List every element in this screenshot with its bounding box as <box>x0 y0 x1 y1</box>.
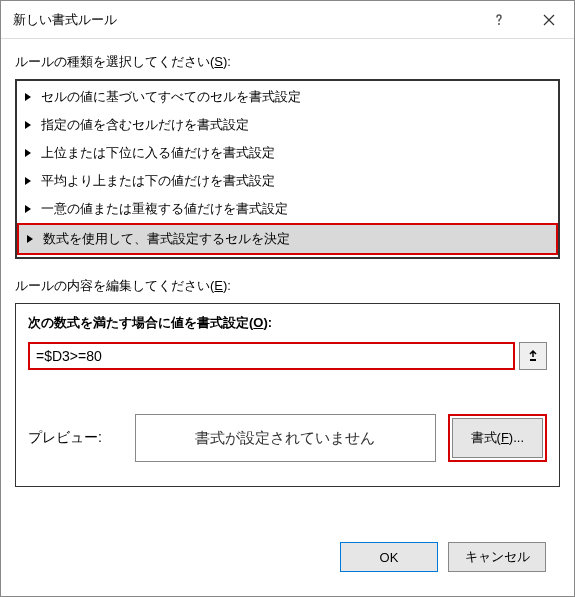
rule-type-item[interactable]: 指定の値を含むセルだけを書式設定 <box>17 111 558 139</box>
format-button[interactable]: 書式(F)... <box>452 418 543 458</box>
arrow-right-icon <box>25 93 31 101</box>
rule-type-item[interactable]: セルの値に基づいてすべてのセルを書式設定 <box>17 83 558 111</box>
preview-label: プレビュー: <box>28 429 123 447</box>
rule-edit-label: ルールの内容を編集してください(E): <box>15 277 560 295</box>
close-icon <box>543 14 555 26</box>
rule-type-list: セルの値に基づいてすべてのセルを書式設定指定の値を含むセルだけを書式設定上位また… <box>15 79 560 259</box>
rule-type-label: ルールの種類を選択してください(S): <box>15 53 560 71</box>
window-title: 新しい書式ルール <box>13 11 474 29</box>
format-button-highlight: 書式(F)... <box>448 414 547 462</box>
formula-input[interactable] <box>28 342 515 370</box>
rule-type-item-label: 一意の値または重複する値だけを書式設定 <box>41 200 288 218</box>
arrow-right-icon <box>25 121 31 129</box>
help-icon <box>492 13 506 27</box>
preview-row: プレビュー: 書式が設定されていません 書式(F)... <box>28 414 547 462</box>
dialog-footer: OK キャンセル <box>15 530 560 586</box>
arrow-right-icon <box>25 205 31 213</box>
help-button[interactable] <box>474 1 524 39</box>
formula-area: 次の数式を満たす場合に値を書式設定(O): プレビュー: 書式が設定されていませ… <box>15 303 560 487</box>
rule-type-item-label: 数式を使用して、書式設定するセルを決定 <box>43 230 290 248</box>
rule-type-item-label: セルの値に基づいてすべてのセルを書式設定 <box>41 88 301 106</box>
rule-type-item[interactable]: 上位または下位に入る値だけを書式設定 <box>17 139 558 167</box>
collapse-dialog-button[interactable] <box>519 342 547 370</box>
collapse-icon <box>526 349 540 363</box>
svg-point-0 <box>498 23 500 25</box>
rule-type-item[interactable]: 平均より上または下の値だけを書式設定 <box>17 167 558 195</box>
rule-type-item-label: 指定の値を含むセルだけを書式設定 <box>41 116 249 134</box>
dialog-content: ルールの種類を選択してください(S): セルの値に基づいてすべてのセルを書式設定… <box>1 39 574 596</box>
rule-type-item[interactable]: 一意の値または重複する値だけを書式設定 <box>17 195 558 223</box>
titlebar: 新しい書式ルール <box>1 1 574 39</box>
dialog-window: 新しい書式ルール ルールの種類を選択してください(S): セルの値に基づいてすべ… <box>0 0 575 597</box>
rule-type-item[interactable]: 数式を使用して、書式設定するセルを決定 <box>19 225 556 253</box>
arrow-right-icon <box>27 235 33 243</box>
formula-label: 次の数式を満たす場合に値を書式設定(O): <box>28 314 547 332</box>
close-button[interactable] <box>524 1 574 39</box>
cancel-button[interactable]: キャンセル <box>448 542 546 572</box>
preview-box: 書式が設定されていません <box>135 414 436 462</box>
ok-button[interactable]: OK <box>340 542 438 572</box>
svg-rect-1 <box>530 359 536 361</box>
formula-row <box>28 342 547 370</box>
arrow-right-icon <box>25 149 31 157</box>
rule-type-item-label: 上位または下位に入る値だけを書式設定 <box>41 144 275 162</box>
rule-type-item-label: 平均より上または下の値だけを書式設定 <box>41 172 275 190</box>
arrow-right-icon <box>25 177 31 185</box>
